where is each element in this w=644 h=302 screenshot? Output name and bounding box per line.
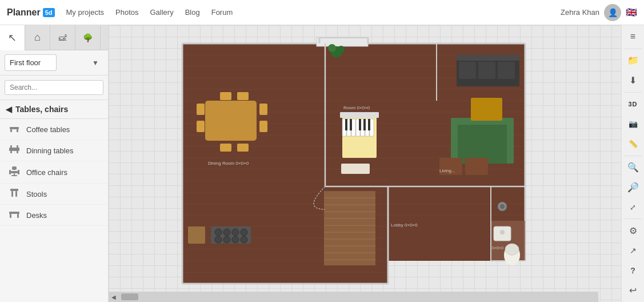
canvas-area[interactable]: Dining Room 0×0×0 (109, 25, 621, 302)
svg-rect-66 (237, 144, 249, 152)
settings-btn[interactable]: ⚙ (623, 221, 643, 240)
desks-icon (8, 209, 21, 221)
svg-text:0×0×0: 0×0×0 (492, 246, 503, 250)
svg-rect-3 (9, 148, 19, 151)
svg-rect-9 (11, 171, 18, 173)
svg-rect-11 (11, 175, 17, 176)
svg-text:Living...: Living... (439, 168, 455, 173)
dinning-tables-label: Dinning tables (26, 146, 73, 155)
search-input[interactable] (5, 80, 103, 95)
svg-rect-62 (197, 121, 205, 132)
share-btn[interactable]: ↗ (623, 241, 643, 260)
svg-rect-4 (10, 151, 12, 153)
office-chairs-icon (8, 166, 21, 178)
svg-rect-60 (205, 101, 257, 141)
svg-rect-7 (17, 145, 18, 148)
avatar: 👤 (604, 4, 621, 21)
svg-rect-18 (10, 214, 11, 218)
back-arrow-icon: ◀ (6, 105, 12, 114)
header: Planner 5d My projects Photos Gallery Bl… (0, 0, 644, 25)
cursor-tool-btn[interactable]: ↖ (0, 25, 25, 50)
undo-btn[interactable]: ↩ (623, 281, 643, 300)
search-row (0, 76, 108, 100)
desks-label: Desks (26, 211, 47, 220)
ruler-btn[interactable]: 📏 (623, 134, 643, 153)
scroll-left-btn[interactable]: ◀ (109, 292, 119, 302)
scroll-thumb[interactable] (121, 293, 138, 300)
svg-rect-85 (341, 164, 370, 174)
coffee-tables-icon (8, 124, 21, 135)
svg-rect-14 (10, 189, 18, 191)
sidebar-item-coffee-tables[interactable]: Coffee tables (0, 119, 108, 140)
back-button[interactable]: ◀ Tables, chairs (0, 100, 108, 119)
logo-text: Planner (7, 7, 41, 18)
svg-rect-61 (197, 104, 205, 115)
zoom-out-btn[interactable]: 🔎 (623, 178, 643, 197)
nav-forum[interactable]: Forum (211, 8, 233, 17)
header-right: Zehra Khan 👤 🇬🇧 (561, 4, 637, 21)
logo-box: 5d (43, 8, 55, 17)
svg-rect-74 (351, 119, 355, 136)
help-btn[interactable]: ? (623, 261, 643, 280)
folder-btn[interactable]: 📁 (623, 51, 643, 70)
svg-rect-13 (18, 170, 19, 174)
floorplan-svg: Dining Room 0×0×0 (159, 32, 548, 295)
svg-point-123 (241, 229, 247, 236)
camera-btn[interactable]: 📷 (623, 114, 643, 133)
fit-btn[interactable]: ⤢ (623, 198, 643, 217)
sidebar-item-office-chairs[interactable]: Office chairs (0, 161, 108, 184)
menu-btn[interactable]: ≡ (623, 27, 643, 46)
svg-rect-94 (507, 118, 514, 164)
sidebar-item-dinning-tables[interactable]: Dinning tables (0, 140, 108, 161)
svg-text:Lobby 0×0×0: Lobby 0×0×0 (391, 222, 418, 228)
nav-blog[interactable]: Blog (185, 8, 200, 17)
svg-rect-95 (471, 98, 502, 121)
svg-point-126 (241, 236, 247, 243)
svg-rect-98 (324, 191, 375, 265)
svg-point-127 (232, 236, 239, 243)
flag-icon: 🇬🇧 (626, 7, 637, 18)
svg-rect-8 (12, 166, 17, 170)
nature-tool-btn[interactable]: 🌳 (75, 25, 101, 50)
svg-rect-83 (368, 119, 370, 130)
svg-rect-89 (478, 62, 495, 79)
user-name: Zehra Khan (561, 8, 599, 17)
svg-rect-81 (359, 119, 361, 130)
svg-rect-88 (459, 62, 476, 79)
svg-rect-82 (363, 119, 366, 130)
svg-rect-63 (220, 92, 231, 100)
nav-gallery[interactable]: Gallery (150, 8, 173, 17)
right-toolbar: ≡ 📁 ⬇ 3D 📷 📏 🔍 🔎 ⤢ ⚙ ↗ ? ↩ (621, 25, 644, 302)
furniture-tool-btn[interactable]: 🛋 (50, 25, 75, 50)
floor-selector[interactable]: First floor Second floor Basement (5, 54, 57, 71)
bottom-scrollbar[interactable]: ◀ (109, 292, 598, 302)
download-btn[interactable]: ⬇ (623, 71, 643, 90)
stools-label: Stools (26, 190, 47, 198)
nav-my-projects[interactable]: My projects (66, 8, 104, 17)
svg-rect-68 (259, 121, 267, 132)
svg-rect-80 (350, 119, 352, 130)
floorplan-container: Dining Room 0×0×0 (120, 31, 587, 296)
svg-rect-50 (317, 38, 368, 46)
svg-rect-97 (465, 158, 488, 175)
floor-selector-wrapper: First floor Second floor Basement ▼ (5, 54, 103, 71)
svg-rect-6 (10, 145, 12, 148)
zoom-in-btn[interactable]: 🔍 (623, 158, 643, 177)
svg-rect-12 (9, 170, 11, 174)
divider-1 (625, 49, 642, 49)
svg-point-122 (232, 229, 239, 236)
category-title: Tables, chairs (15, 105, 68, 114)
sidebar-item-stools[interactable]: Stools (0, 184, 108, 205)
svg-rect-93 (451, 118, 458, 164)
svg-point-111 (505, 244, 519, 255)
home-tool-btn[interactable]: ⌂ (25, 25, 50, 50)
3d-btn[interactable]: 3D (623, 95, 643, 114)
svg-rect-90 (498, 62, 515, 79)
logo: Planner 5d (7, 7, 55, 18)
chevron-down-icon: ▼ (92, 59, 99, 67)
sidebar-item-desks[interactable]: Desks (0, 205, 108, 226)
nav-photos[interactable]: Photos (115, 8, 138, 17)
svg-rect-1 (10, 129, 12, 132)
svg-rect-65 (220, 144, 231, 152)
dinning-tables-icon (8, 145, 21, 156)
